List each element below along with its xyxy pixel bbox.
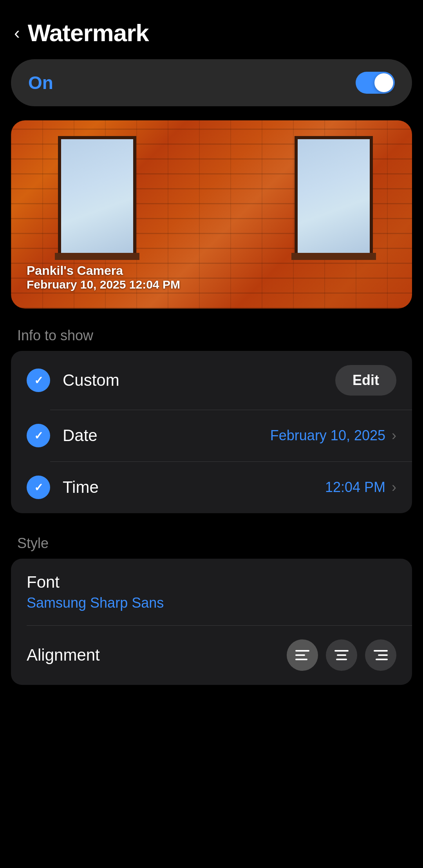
info-card: ✓ Custom Edit ✓ Date February 10, 2025 ›… [11,351,412,513]
date-chevron-icon: › [392,427,396,444]
align-right-button[interactable] [365,639,396,671]
align-left-button[interactable] [287,639,318,671]
line3 [336,659,347,660]
checkmark-icon: ✓ [34,374,43,387]
date-row[interactable]: ✓ Date February 10, 2025 › [11,410,412,461]
watermark-toggle[interactable] [356,72,395,94]
line1 [334,650,349,652]
align-left-icon [295,650,309,660]
align-center-icon [334,650,349,660]
toggle-label: On [28,72,53,93]
date-value: February 10, 2025 [270,427,385,444]
time-value: 12:04 PM [325,479,385,496]
align-center-button[interactable] [326,639,357,671]
date-check: ✓ [27,424,50,447]
watermark-name: Pankil's Camera [27,263,180,278]
watermark-datetime: February 10, 2025 12:04 PM [27,278,180,291]
custom-check: ✓ [27,369,50,392]
watermark-overlay: Pankil's Camera February 10, 2025 12:04 … [27,263,180,291]
window-right [295,136,373,258]
line3 [295,659,307,660]
alignment-label: Alignment [27,646,287,665]
font-row[interactable]: Font Samsung Sharp Sans [11,559,412,625]
line2 [337,654,346,656]
line1 [295,650,309,652]
checkmark-icon: ✓ [34,429,43,442]
line3 [376,659,388,660]
custom-row[interactable]: ✓ Custom Edit [11,351,412,410]
preview-container: Pankil's Camera February 10, 2025 12:04 … [11,120,412,309]
font-label: Font [27,573,396,592]
toggle-knob [374,73,393,92]
preview-image: Pankil's Camera February 10, 2025 12:04 … [11,120,412,309]
window-sill-left [55,253,139,260]
back-button[interactable]: ‹ [14,24,20,42]
alignment-buttons [287,639,396,671]
date-label: Date [63,426,270,445]
header: ‹ Watermark [0,0,423,59]
line1 [374,650,388,652]
edit-button[interactable]: Edit [335,365,396,396]
line2 [295,654,305,656]
checkmark-icon: ✓ [34,481,43,494]
window-sill-right [291,253,376,260]
line2 [378,654,388,656]
time-check: ✓ [27,476,50,499]
time-chevron-icon: › [392,479,396,496]
style-section-label: Style [0,523,423,559]
style-card: Font Samsung Sharp Sans Alignment [11,559,412,685]
window-left [58,136,136,258]
alignment-row: Alignment [11,625,412,685]
custom-label: Custom [63,371,335,390]
watermark-toggle-row: On [11,59,412,106]
info-section-label: Info to show [0,327,423,351]
align-right-icon [374,650,388,660]
font-value: Samsung Sharp Sans [27,595,164,611]
time-row[interactable]: ✓ Time 12:04 PM › [11,461,412,513]
time-label: Time [63,478,325,497]
page-title: Watermark [28,19,149,47]
